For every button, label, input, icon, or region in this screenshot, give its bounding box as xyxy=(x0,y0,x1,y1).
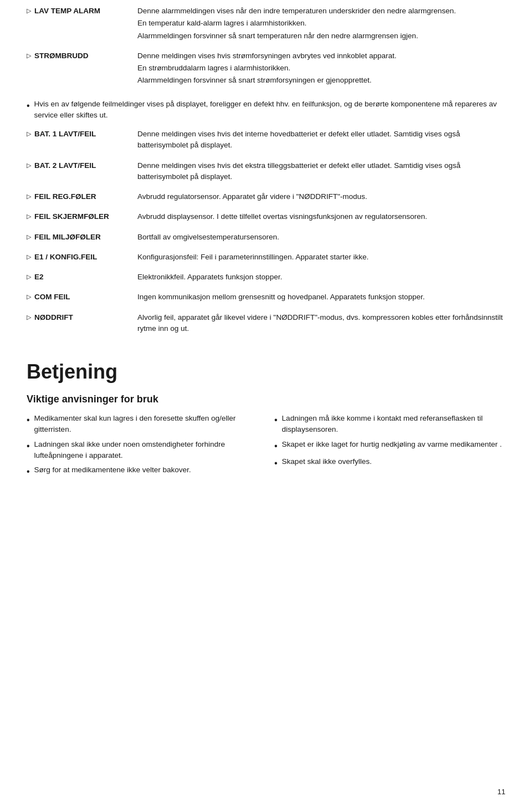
alarm-label-col-feil-reg: ▷ FEIL REG.FØLER xyxy=(27,191,137,202)
bullet-dot-left-0: • xyxy=(27,413,30,427)
info-block: • Hvis en av følgende feilmeldinger vise… xyxy=(27,99,505,121)
alarm-label-strombrudd: STRØMBRUDD xyxy=(34,51,89,62)
betjening-right-col: • Ladningen må ikke komme i kontakt med … xyxy=(274,413,505,482)
alarm-label-col-com: ▷ COM FEIL xyxy=(27,292,137,303)
bullet-dot-right-0: • xyxy=(274,413,278,427)
triangle-icon-strombrudd: ▷ xyxy=(27,52,31,59)
betjening-two-col: • Medikamenter skal kun lagres i den for… xyxy=(27,413,505,482)
alarm-desc-lav-temp-line2: En temperatur kald-alarm lagres i alarmh… xyxy=(137,18,505,29)
alarm-label-com: COM FEIL xyxy=(34,292,70,303)
alarm-label-feil-miljo: FEIL MILJØFØLER xyxy=(34,232,101,243)
alarm-desc-com: Ingen kommunikasjon mellom grensesnitt o… xyxy=(137,292,505,304)
alarm-desc-feil-miljo-line1: Bortfall av omgivelsestemperatursensoren… xyxy=(137,232,505,243)
alarm-label-col-e1: ▷ E1 / KONFIG.FEIL xyxy=(27,252,137,263)
alarm-desc-bat2-line1: Denne meldingen vises hvis det ekstra ti… xyxy=(137,160,505,183)
alarm-desc-e2-line1: Elektronikkfeil. Apparatets funksjon sto… xyxy=(137,272,505,283)
alarm-label-col-bat1: ▷ BAT. 1 LAVT/FEIL xyxy=(27,129,137,140)
triangle-icon-e1: ▷ xyxy=(27,253,31,261)
alarm-desc-e2: Elektronikkfeil. Apparatets funksjon sto… xyxy=(137,272,505,284)
alarm-label-bat1: BAT. 1 LAVT/FEIL xyxy=(34,129,96,140)
triangle-icon-bat2: ▷ xyxy=(27,162,31,169)
triangle-icon-noddrift: ▷ xyxy=(27,314,31,321)
triangle-icon-bat1: ▷ xyxy=(27,130,31,137)
alarm-label-e1: E1 / KONFIG.FEIL xyxy=(34,252,97,263)
page-number: 11 xyxy=(498,788,505,796)
alarm-row-e2: ▷ E2 Elektronikkfeil. Apparatets funksjo… xyxy=(27,272,505,284)
alarm-label-lav-temp: LAV TEMP ALARM xyxy=(34,6,100,17)
triangle-icon-feil-skjerm: ▷ xyxy=(27,213,31,220)
alarm-desc-lav-temp-line1: Denne alarmmeldingen vises når den indre… xyxy=(137,6,505,17)
info-bullet: • xyxy=(27,99,30,113)
alarm-label-col-bat2: ▷ BAT. 2 LAVT/FEIL xyxy=(27,160,137,171)
betjening-sub-heading: Viktige anvisninger for bruk xyxy=(27,394,505,405)
list-item-right-2: • Skapet skal ikke overfylles. xyxy=(274,456,505,470)
alarm-desc-bat2: Denne meldingen vises hvis det ekstra ti… xyxy=(137,160,505,184)
alarm-desc-bat1-line1: Denne meldingen vises hvis det interne h… xyxy=(137,129,505,151)
list-text-left-2: Sørg for at medikamentene ikke velter ba… xyxy=(34,464,191,476)
alarm-label-noddrift: NØDDRIFT xyxy=(34,313,73,323)
betjening-left-list: • Medikamenter skal kun lagres i den for… xyxy=(27,413,258,478)
alarm-row-noddrift: ▷ NØDDRIFT Alvorlig feil, apparatet går … xyxy=(27,312,505,336)
alarm-desc-strombrudd-line1: Denne meldingen vises hvis strømforsynin… xyxy=(137,50,505,62)
triangle-icon-lav-temp: ▷ xyxy=(27,7,31,14)
alarm-row-lav-temp: ▷ LAV TEMP ALARM Denne alarmmeldingen vi… xyxy=(27,6,505,43)
alarm-row-feil-reg-foler: ▷ FEIL REG.FØLER Avbrudd regulatorsensor… xyxy=(27,191,505,203)
bullet-dot-left-2: • xyxy=(27,465,30,478)
alarm-row-feil-skjermfoler: ▷ FEIL SKJERMFØLER Avbrudd displaysensor… xyxy=(27,211,505,223)
alarm-label-feil-reg: FEIL REG.FØLER xyxy=(34,192,96,202)
alarm-desc-strombrudd-line2: En strømbruddalarm lagres i alarmhistori… xyxy=(137,63,505,74)
alarm-label-col-feil-skjerm: ▷ FEIL SKJERMFØLER xyxy=(27,211,137,222)
alarm-row-feil-miljofoler: ▷ FEIL MILJØFØLER Bortfall av omgivelses… xyxy=(27,232,505,244)
list-item-right-1: • Skapet er ikke laget for hurtig nedkjø… xyxy=(274,439,505,453)
alarm-label-col-e2: ▷ E2 xyxy=(27,272,137,283)
list-item-left-0: • Medikamenter skal kun lagres i den for… xyxy=(27,413,258,436)
alarm-desc-lav-temp-line3: Alarmmeldingen forsvinner så snart tempe… xyxy=(137,30,505,42)
alarm-desc-bat1: Denne meldingen vises hvis det interne h… xyxy=(137,129,505,152)
list-text-left-0: Medikamenter skal kun lagres i den fores… xyxy=(34,413,258,436)
list-text-right-0: Ladningen må ikke komme i kontakt med re… xyxy=(282,413,505,436)
alarm-desc-strombrudd-line3: Alarmmeldingen forsvinner så snart strøm… xyxy=(137,75,505,86)
bullet-dot-right-1: • xyxy=(274,440,278,453)
bullet-dot-left-1: • xyxy=(27,440,30,453)
page-content: ▷ LAV TEMP ALARM Denne alarmmeldingen vi… xyxy=(27,6,505,482)
list-text-left-1: Ladningen skal ikke under noen omstendig… xyxy=(34,439,258,462)
alarm-section: ▷ LAV TEMP ALARM Denne alarmmeldingen vi… xyxy=(27,6,505,343)
triangle-icon-feil-reg: ▷ xyxy=(27,193,31,200)
list-text-right-1: Skapet er ikke laget for hurtig nedkjøli… xyxy=(282,439,502,450)
alarm-desc-feil-reg: Avbrudd regulatorsensor. Apparatet går v… xyxy=(137,191,505,203)
alarm-label-feil-skjerm: FEIL SKJERMFØLER xyxy=(34,212,109,222)
triangle-icon-com: ▷ xyxy=(27,293,31,300)
alarm-label-col-feil-miljo: ▷ FEIL MILJØFØLER xyxy=(27,232,137,243)
alarm-desc-feil-reg-line1: Avbrudd regulatorsensor. Apparatet går v… xyxy=(137,191,505,202)
list-item-right-0: • Ladningen må ikke komme i kontakt med … xyxy=(274,413,505,436)
bullet-dot-right-2: • xyxy=(274,457,278,470)
betjening-right-list: • Ladningen må ikke komme i kontakt med … xyxy=(274,413,505,470)
triangle-icon-feil-miljo: ▷ xyxy=(27,233,31,241)
alarm-label-e2: E2 xyxy=(34,272,44,283)
alarm-desc-strombrudd: Denne meldingen vises hvis strømforsynin… xyxy=(137,50,505,88)
triangle-icon-e2: ▷ xyxy=(27,273,31,280)
info-text: Hvis en av følgende feilmeldinger vises … xyxy=(34,99,505,121)
alarm-desc-lav-temp: Denne alarmmeldingen vises når den indre… xyxy=(137,6,505,43)
alarm-row-bat1: ▷ BAT. 1 LAVT/FEIL Denne meldingen vises… xyxy=(27,129,505,152)
alarm-row-e1-konfig: ▷ E1 / KONFIG.FEIL Konfigurasjonsfeil: F… xyxy=(27,252,505,264)
list-item-left-2: • Sørg for at medikamentene ikke velter … xyxy=(27,464,258,478)
alarm-desc-com-line1: Ingen kommunikasjon mellom grensesnitt o… xyxy=(137,292,505,303)
alarm-desc-feil-skjerm-line1: Avbrudd displaysensor. I dette tilfellet… xyxy=(137,211,505,222)
alarm-row-bat2: ▷ BAT. 2 LAVT/FEIL Denne meldingen vises… xyxy=(27,160,505,184)
betjening-left-col: • Medikamenter skal kun lagres i den for… xyxy=(27,413,258,482)
alarm-desc-feil-skjerm: Avbrudd displaysensor. I dette tilfellet… xyxy=(137,211,505,223)
alarm-desc-feil-miljo: Bortfall av omgivelsestemperatursensoren… xyxy=(137,232,505,244)
list-item-left-1: • Ladningen skal ikke under noen omstend… xyxy=(27,439,258,462)
alarm-desc-noddrift-line1: Alvorlig feil, apparatet går likevel vid… xyxy=(137,312,505,335)
alarm-label-col-strombrudd: ▷ STRØMBRUDD xyxy=(27,50,137,62)
alarm-row-com-feil: ▷ COM FEIL Ingen kommunikasjon mellom gr… xyxy=(27,292,505,304)
betjening-heading: Betjening xyxy=(27,360,505,384)
alarm-label-bat2: BAT. 2 LAVT/FEIL xyxy=(34,161,96,171)
alarm-label-col-noddrift: ▷ NØDDRIFT xyxy=(27,312,137,323)
alarm-desc-e1: Konfigurasjonsfeil: Feil i parameterinns… xyxy=(137,252,505,264)
list-text-right-2: Skapet skal ikke overfylles. xyxy=(282,456,372,467)
alarm-desc-noddrift: Alvorlig feil, apparatet går likevel vid… xyxy=(137,312,505,336)
alarm-row-strombrudd: ▷ STRØMBRUDD Denne meldingen vises hvis … xyxy=(27,50,505,88)
alarm-desc-e1-line1: Konfigurasjonsfeil: Feil i parameterinns… xyxy=(137,252,505,263)
